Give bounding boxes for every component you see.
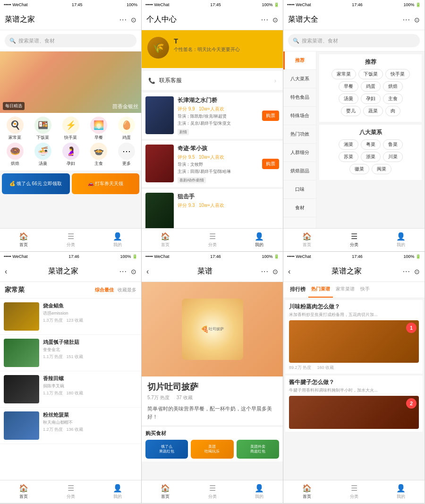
nav-icon-2[interactable]: ⊙	[272, 16, 278, 24]
movie-item-3[interactable]: 狙击手 评分 9.3 10w+人喜欢	[142, 189, 283, 228]
tab-category-1[interactable]: ☰ 分类	[47, 232, 94, 248]
cat-jiachang[interactable]: 🍳 家常菜	[2, 117, 28, 141]
buy-meituan-waimai[interactable]: 美团外卖商超红包	[237, 440, 279, 459]
nav-back-5[interactable]: ‹	[146, 267, 149, 276]
buy-eleme[interactable]: 饿了么果蔬红包	[145, 440, 188, 459]
tag-hui[interactable]: 徽菜	[349, 164, 369, 174]
movie-item-1[interactable]: 长津湖之水门桥 评分 9.9 10w+人喜欢 导演：陈凯歌/徐克/林超贤 主演：…	[142, 93, 283, 139]
cat-zaochan[interactable]: 🌅 早餐	[85, 117, 111, 141]
nav-dots-5[interactable]: ···	[261, 267, 269, 276]
recipe-item-3[interactable]: 香辣田螺 捐陈李叉碗 1.1万 热度 180 收藏	[0, 371, 141, 408]
tag-min[interactable]: 闽菜	[372, 164, 391, 174]
tab-mine-6[interactable]: 👤 我的	[377, 484, 425, 500]
tab-mine-4[interactable]: 👤 我的	[94, 484, 141, 500]
profile-name: T	[174, 37, 277, 45]
rank-tab-jiachang[interactable]: 家常菜谱	[333, 282, 357, 298]
nav-icon-4[interactable]: ⊙	[131, 268, 136, 275]
tag-zhe[interactable]: 浙菜	[361, 152, 381, 162]
cat-yunfu[interactable]: 🤰 孕妇	[58, 143, 84, 167]
tag-tanggeng[interactable]: 汤羹	[339, 94, 358, 104]
menu-customer-service[interactable]: 📞 联系客服 ›	[142, 71, 283, 91]
tab-home-2[interactable]: 🏠 首页	[142, 232, 189, 248]
nav-dots-2[interactable]: ···	[261, 16, 269, 24]
tab-category-5[interactable]: ☰ 分类	[189, 484, 236, 500]
sort-tab-best[interactable]: 综合最佳	[95, 287, 114, 293]
nav-dots-4[interactable]: ···	[119, 267, 127, 276]
side-item-recommend[interactable]: 推荐	[283, 51, 316, 70]
tag-hongbei[interactable]: 烘焙	[383, 81, 403, 92]
nav-icon-3[interactable]: ⊙	[414, 16, 420, 24]
tag-lu[interactable]: 鲁菜	[383, 139, 403, 150]
rank-tab-kuaishou[interactable]: 快手	[357, 282, 373, 298]
tab-home-4[interactable]: 🏠 首页	[0, 484, 47, 500]
cat-more[interactable]: ⋯ 更多	[113, 143, 139, 167]
status-right-6: 100% 🔋	[403, 254, 421, 259]
side-item-gongneng[interactable]: 热门功效	[283, 125, 316, 144]
tag-zaochan[interactable]: 早餐	[339, 81, 358, 92]
search-bar-1[interactable]: 🔍 搜索菜谱、食材	[0, 30, 141, 51]
side-item-renqun[interactable]: 人群细分	[283, 144, 316, 162]
side-item-hongbei[interactable]: 烘焙甜品	[283, 162, 316, 180]
search-bar-3[interactable]: 🔍 搜索菜谱、食材	[283, 30, 425, 51]
side-item-bajia[interactable]: 八大菜系	[283, 70, 316, 88]
sort-tab-collect[interactable]: 收藏最多	[118, 287, 136, 293]
nav-icon-1[interactable]: ⊙	[131, 16, 136, 24]
tag-xiafan[interactable]: 下饭菜	[358, 69, 383, 79]
nav-icon-5[interactable]: ⊙	[272, 268, 278, 275]
tab-home-1[interactable]: 🏠 首页	[0, 232, 47, 248]
tag-shucai[interactable]: 蔬菜	[363, 106, 383, 116]
tab-mine-5[interactable]: 👤 我的	[236, 484, 283, 500]
banner-taxi[interactable]: 🚗 打车券天天领	[72, 173, 140, 194]
search-input-1[interactable]: 🔍 搜索菜谱、食材	[5, 34, 136, 47]
tab-category-2[interactable]: ☰ 分类	[189, 232, 236, 248]
tab-category-6[interactable]: ☰ 分类	[331, 484, 378, 500]
tag-jiachang[interactable]: 家常菜	[332, 69, 356, 79]
tag-kuaishou[interactable]: 快手菜	[385, 69, 410, 79]
tab-category-3[interactable]: ☰ 分类	[331, 232, 378, 248]
side-item-chanhe[interactable]: 特殊场合	[283, 107, 316, 125]
recipe-item-1[interactable]: 烧金鲳鱼 语惑emission 1.3万 热度 123 收藏	[0, 299, 141, 335]
rank-item-1[interactable]: 川味粉蒸肉怎么做？ 米加香料炒至焦黄打成粉备用，五花肉切片加... 1 89.2…	[285, 300, 423, 374]
tab-home-6[interactable]: 🏠 首页	[283, 484, 331, 500]
cat-jidan[interactable]: 🥚 鸡蛋	[113, 117, 139, 141]
tab-mine-3[interactable]: 👤 我的	[377, 232, 425, 248]
tag-xiang[interactable]: 湘菜	[339, 139, 358, 150]
buy-btn-2[interactable]: 购票	[262, 159, 279, 169]
tag-ying[interactable]: 婴儿	[341, 106, 361, 116]
side-item-tese[interactable]: 特色食品	[283, 88, 316, 107]
cat-tanggeng[interactable]: 🍜 汤羹	[30, 143, 56, 167]
recipe-item-2[interactable]: 鸡蛋瓠子猪肚菇 奎奎金北 1.1万 热度 151 收藏	[0, 335, 141, 371]
tab-mine-1[interactable]: 👤 我的	[94, 232, 141, 248]
nav-icon-6[interactable]: ⊙	[414, 268, 420, 275]
side-item-shicai[interactable]: 食材	[283, 199, 316, 217]
nav-back-4[interactable]: ‹	[5, 267, 7, 276]
tab-category-4[interactable]: ☰ 分类	[47, 484, 94, 500]
nav-dots-3[interactable]: ···	[403, 16, 410, 24]
cat-kuaishou[interactable]: ⚡ 快手菜	[58, 117, 84, 141]
tag-rou[interactable]: 肉	[385, 106, 400, 116]
rank-item-2[interactable]: 酱牛腱子怎么做？ 牛腱子用香料和调味料腌制半小时，加水大火... 2	[285, 376, 423, 432]
tab-mine-2[interactable]: 👤 我的	[236, 232, 283, 248]
tab-home-5[interactable]: 🏠 首页	[142, 484, 189, 500]
cat-xiafan[interactable]: 🍱 下饭菜	[30, 117, 56, 141]
cat-hongbei[interactable]: 🍩 烘焙	[2, 143, 28, 167]
tag-su[interactable]: 苏菜	[339, 152, 358, 162]
side-item-kouwei[interactable]: 口味	[283, 180, 316, 199]
buy-btn-1[interactable]: 购票	[262, 111, 279, 121]
nav-dots-1[interactable]: ···	[119, 16, 127, 24]
recipe-item-4[interactable]: 粉丝炝菠菜 秋天南山都帽不 1.2万 热度 136 收藏	[0, 408, 141, 444]
nav-dots-6[interactable]: ···	[403, 267, 410, 276]
cat-zhushi[interactable]: 🍲 主食	[85, 143, 111, 167]
buy-meituan[interactable]: 美团吃喝玩乐	[191, 440, 233, 459]
tag-zhushi[interactable]: 主食	[383, 94, 403, 104]
tag-jidan[interactable]: 鸡蛋	[361, 81, 381, 92]
tag-chuan[interactable]: 川菜	[383, 152, 403, 162]
tab-home-3[interactable]: 🏠 首页	[283, 232, 331, 248]
banner-eleme[interactable]: 💰 饿了么 66元 立即领取	[2, 173, 70, 194]
rank-tab-hot[interactable]: 热门菜谱	[308, 282, 333, 298]
tag-yunfu[interactable]: 孕妇	[361, 94, 381, 104]
nav-back-6[interactable]: ‹	[288, 267, 290, 276]
movie-item-2[interactable]: 奇迹·笨小孩 评分 9.5 10w+人喜欢 导演：文牧野 主演：田雨/易烊千玺/…	[142, 141, 283, 187]
search-input-3[interactable]: 🔍 搜索菜谱、食材	[288, 34, 420, 47]
tag-yue[interactable]: 粤菜	[361, 139, 381, 150]
